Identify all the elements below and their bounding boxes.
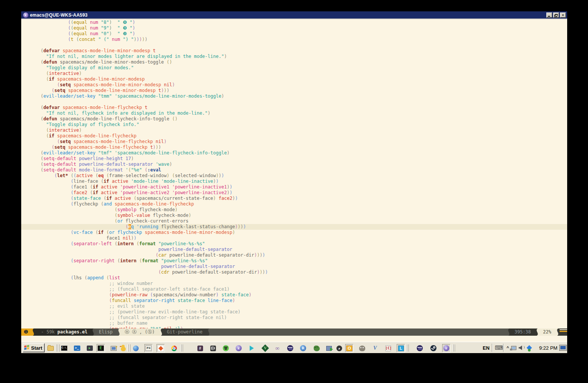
code-line: (setq spacemacs-mode-line-minor-modesp t… — [24, 88, 567, 93]
code-line: (evil-leader/set-key "tmm" 'spacemacs/mo… — [24, 93, 567, 99]
modeline-filler — [211, 329, 506, 336]
taskbar-grip[interactable] — [57, 344, 58, 352]
cmd-icon[interactable]: C:\ — [60, 344, 68, 352]
window-titlebar[interactable]: ε emacs@QUE-WKS-AA593 × — [21, 11, 567, 19]
code-line: (t (concat " (" num ") "))))) — [24, 37, 567, 42]
emacs-icon[interactable]: ε — [235, 344, 243, 352]
pc-help-icon[interactable]: ? — [109, 344, 118, 352]
code-line: "If not nil, flycheck info are displayed… — [24, 111, 567, 116]
folder-icon[interactable] — [46, 344, 55, 352]
orangeo-icon[interactable]: O — [345, 344, 353, 352]
show-desktop-icon[interactable] — [560, 343, 566, 352]
gvim-icon[interactable]: V — [261, 344, 269, 352]
code-line: (setq-default mode-line-format '("%e" (:… — [24, 167, 567, 173]
language-indicator[interactable]: EN — [483, 343, 489, 352]
code-line: (defvar spacemacs-mode-line-minor-modesp… — [24, 48, 567, 54]
code-line: powerline-default-separator — [24, 264, 567, 269]
code-line: (line-face (if active 'mode-line 'mode-l… — [24, 179, 567, 184]
play-icon[interactable] — [247, 344, 256, 352]
code-line: (state-face (if active (spacemacs/curren… — [24, 196, 567, 201]
window-title: emacs@QUE-WKS-AA593 — [30, 12, 88, 18]
diamond-icon[interactable] — [156, 344, 165, 352]
globe-icon[interactable] — [131, 344, 140, 352]
emacs-app-icon: ε — [23, 12, 28, 18]
emacs-modeline: ➊ - 59k packages.elElispⒽ Ⓐ , (Ⓢ)Git-pow… — [21, 329, 567, 336]
network-icon[interactable] — [511, 343, 516, 352]
taskbar-grip[interactable] — [408, 344, 409, 352]
snake-icon[interactable] — [313, 344, 321, 352]
taskbar-grip[interactable] — [129, 344, 130, 352]
code-line: ((equal num "8") " ❽ ") — [24, 20, 567, 25]
code-line: (face2 (if active 'powerline-active2 'po… — [24, 190, 567, 196]
code-line: ;; evil state — [24, 304, 567, 309]
modeline-separator — [91, 329, 95, 336]
taskbar-grip[interactable] — [180, 344, 181, 352]
code-line: (funcall separator-right state-face line… — [24, 298, 567, 304]
taskbar-grip[interactable] — [454, 344, 455, 352]
taskbar-grip[interactable] — [58, 344, 59, 352]
modeline-version-control: Git-powerline — [163, 329, 206, 336]
taskbar-grip[interactable] — [406, 344, 407, 352]
vwing-icon[interactable]: V — [371, 344, 379, 352]
gimp-icon[interactable] — [358, 344, 366, 352]
code-line: "Toggle display of minor modes." — [24, 65, 567, 71]
code-line: (setq-default powerline-height 17) — [24, 156, 567, 162]
emacs-echo-area — [21, 336, 567, 342]
eclipse-icon[interactable] — [286, 344, 294, 352]
code-line: "Toggle display of flycheck info." — [24, 122, 567, 128]
lsq-icon[interactable]: L — [397, 344, 405, 352]
code-line: (symbol-value flycheck-mode) — [24, 213, 567, 218]
bars-icon[interactable] — [209, 344, 217, 352]
code-line: (setq spacemacs-mode-line-flycheckp nil) — [24, 139, 567, 145]
steam-icon[interactable] — [429, 344, 438, 352]
taskbar-grip[interactable] — [182, 344, 183, 352]
circarrow-icon[interactable]: ◕ — [335, 344, 343, 352]
code-line: ;; (funcall separator-left state-face fa… — [24, 286, 567, 292]
eclipse-icon[interactable] — [416, 344, 424, 352]
dropbox-icon[interactable] — [527, 343, 531, 352]
code-line: (lhs (append (list — [24, 275, 567, 281]
p4-icon[interactable]: P4 — [144, 344, 153, 352]
taskbar-grip[interactable] — [55, 344, 56, 352]
media-icon[interactable] — [86, 344, 94, 352]
spotify-icon[interactable] — [222, 344, 230, 352]
code-line: face1 nil)) — [24, 235, 567, 241]
duck-icon[interactable] — [119, 344, 127, 352]
code-line: (defun spacemacs/mode-line-flycheck-info… — [24, 116, 567, 122]
rball-icon[interactable]: R — [299, 344, 307, 352]
code-line: ((equal num "9") " ❾ ") — [24, 25, 567, 31]
modeline-separator — [206, 329, 211, 336]
hash-icon[interactable]: # — [196, 344, 204, 352]
code-line: (flycheckp (and spacemacs-mode-line-flyc… — [24, 201, 567, 207]
code-line: ;; (funcall separator-right state-face n… — [24, 315, 567, 321]
start-button[interactable]: Start — [23, 343, 45, 352]
restore-button[interactable] — [553, 12, 559, 18]
taskbar-grip[interactable] — [128, 344, 129, 352]
emacs-buffer[interactable]: ((equal num "8") " ❽ ") ((equal num "9")… — [21, 19, 567, 329]
redc-icon[interactable]: [C] — [384, 344, 392, 352]
infinity-icon[interactable]: ∞ — [273, 344, 281, 352]
modeline-separator — [116, 329, 121, 336]
code-line: (if spacemacs-mode-line-flycheckp — [24, 133, 567, 139]
code-line: (defun spacemacs/mode-line-minor-modes-t… — [24, 59, 567, 65]
code-line: (setq-default powerline-default-separato… — [24, 162, 567, 167]
code-line — [24, 99, 567, 105]
code-line: ;; (powerline-raw evil-mode-line-tag sta… — [24, 309, 567, 315]
emacs-icon[interactable]: ε — [442, 344, 450, 352]
speaker-icon[interactable]: ) — [519, 343, 524, 352]
code-line: (separator-right (intern (format "powerl… — [24, 258, 567, 264]
powershell-icon[interactable]: >_ — [73, 344, 81, 352]
eterm-icon[interactable]: E — [97, 344, 105, 352]
code-line: (separator-left (intern (format "powerli… — [24, 241, 567, 247]
puzzle-icon[interactable] — [325, 344, 333, 352]
chrome-icon[interactable] — [170, 344, 178, 352]
code-line: (car powerline-default-separator-dir)))) — [24, 252, 567, 258]
code-line: ;; window number — [24, 281, 567, 286]
chevron-up-icon[interactable]: ^ — [507, 343, 509, 352]
minimize-button[interactable] — [546, 12, 552, 18]
keyboard-icon[interactable]: ⌨ — [495, 343, 503, 352]
close-button[interactable]: × — [560, 12, 566, 18]
code-line: ((equal num "0") " ❿ ") — [24, 31, 567, 37]
taskbar-grip[interactable] — [452, 344, 454, 352]
desktop-screen: ε emacs@QUE-WKS-AA593 × ((equal num "8")… — [21, 11, 567, 353]
